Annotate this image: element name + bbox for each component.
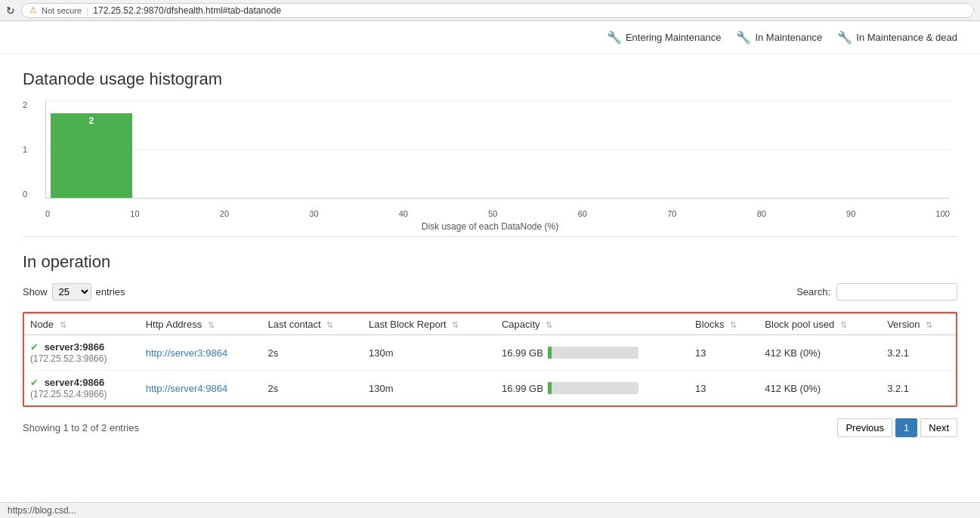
cell-last-block-report-1: 130m	[363, 371, 496, 406]
in-operation-title: In operation	[23, 252, 957, 272]
y-label-2: 2	[23, 100, 27, 109]
sort-icon-last-block-report: ⇅	[452, 320, 459, 330]
entries-select[interactable]: 25 50 100	[52, 283, 91, 301]
y-label-1: 1	[23, 145, 27, 154]
col-last-contact[interactable]: Last contact ⇅	[262, 314, 363, 335]
next-button[interactable]: Next	[920, 418, 957, 437]
x-label-90: 90	[846, 209, 855, 218]
x-label-80: 80	[757, 209, 766, 218]
pagination-buttons: Previous 1 Next	[837, 418, 957, 437]
table-row: ✔ server3:9866 (172.25.52.3:9866) http:/…	[24, 335, 956, 371]
search-input[interactable]	[836, 283, 957, 301]
search-label: Search:	[796, 286, 830, 298]
legend-in-maintenance: 🔧 In Maintenance	[736, 30, 822, 45]
x-label-70: 70	[667, 209, 676, 218]
sort-icon-http: ⇅	[208, 320, 215, 330]
x-label-60: 60	[578, 209, 587, 218]
histogram-chart: 2	[45, 100, 950, 199]
show-label: Show	[23, 286, 48, 298]
warning-icon: ⚠	[29, 5, 37, 15]
in-maintenance-label: In Maintenance	[755, 32, 822, 43]
cell-last-contact-1: 2s	[262, 371, 363, 406]
cell-version-0: 3.2.1	[881, 335, 956, 371]
data-table: Node ⇅ Http Address ⇅ Last contact ⇅ Las…	[24, 313, 956, 405]
cell-block-pool-used-1: 412 KB (0%)	[759, 371, 881, 406]
col-node[interactable]: Node ⇅	[24, 314, 140, 335]
main-content: Datanode usage histogram 2 1 0 2 0	[0, 69, 980, 460]
section-divider	[23, 236, 957, 237]
legend: 🔧 Entering Maintenance 🔧 In Maintenance …	[0, 21, 980, 54]
url-bar: ⚠ Not secure | 172.25.52.2:9870/dfshealt…	[21, 3, 974, 18]
legend-in-maintenance-dead: 🔧 In Maintenance & dead	[837, 30, 957, 45]
sort-icon-capacity: ⇅	[546, 320, 552, 330]
table-controls: Show 25 50 100 entries Search:	[23, 283, 957, 301]
y-label-0: 0	[23, 190, 27, 199]
x-axis-title: Disk usage of each DataNode (%)	[23, 221, 957, 232]
previous-button[interactable]: Previous	[837, 418, 892, 437]
check-icon-1: ✔	[30, 377, 39, 388]
histogram-container: 2 1 0 2 0 10 20 30 40 50 60 7	[23, 100, 957, 221]
cell-node-1: ✔ server4:9866 (172.25.52.4:9866)	[24, 371, 140, 406]
x-label-50: 50	[488, 209, 497, 218]
sort-icon-node: ⇅	[60, 320, 66, 330]
capacity-bar-fill-0	[548, 347, 552, 359]
col-block-pool-used[interactable]: Block pool used ⇅	[759, 314, 881, 335]
cell-capacity-1: 16.99 GB	[496, 371, 689, 406]
sort-icon-blocks: ⇅	[730, 320, 737, 330]
cell-last-block-report-0: 130m	[363, 335, 496, 371]
col-capacity[interactable]: Capacity ⇅	[496, 314, 689, 335]
page-1-button[interactable]: 1	[895, 418, 917, 437]
cell-block-pool-used-0: 412 KB (0%)	[759, 335, 881, 371]
cell-blocks-1: 13	[689, 371, 759, 406]
table-wrapper: Node ⇅ Http Address ⇅ Last contact ⇅ Las…	[23, 312, 957, 407]
col-http[interactable]: Http Address ⇅	[140, 314, 262, 335]
sort-icon-last-contact: ⇅	[326, 320, 333, 330]
in-maintenance-dead-icon: 🔧	[837, 30, 852, 45]
cell-http-0: http://server3:9864	[140, 335, 262, 371]
capacity-text-1: 16.99 GB	[502, 383, 543, 394]
cell-last-contact-0: 2s	[262, 335, 363, 371]
cell-version-1: 3.2.1	[881, 371, 956, 406]
x-label-0: 0	[45, 209, 50, 218]
search-box: Search:	[796, 283, 957, 301]
x-label-10: 10	[130, 209, 139, 218]
show-entries: Show 25 50 100 entries	[23, 283, 125, 301]
showing-text: Showing 1 to 2 of 2 entries	[23, 422, 139, 433]
x-label-40: 40	[399, 209, 408, 218]
cell-http-1: http://server4:9864	[140, 371, 262, 406]
browser-bar: ↻ ⚠ Not secure | 172.25.52.2:9870/dfshea…	[0, 0, 980, 21]
url-text: 172.25.52.2:9870/dfshealth.html#tab-data…	[93, 5, 281, 16]
histogram-title: Datanode usage histogram	[23, 69, 957, 89]
in-maintenance-icon: 🔧	[736, 30, 751, 45]
x-label-100: 100	[936, 209, 950, 218]
in-maintenance-dead-label: In Maintenance & dead	[856, 32, 957, 43]
http-link-0[interactable]: http://server3:9864	[146, 347, 227, 359]
entries-label: entries	[96, 286, 125, 298]
pagination-area: Showing 1 to 2 of 2 entries Previous 1 N…	[23, 418, 957, 437]
entering-maintenance-icon: 🔧	[607, 30, 622, 45]
x-axis-labels: 0 10 20 30 40 50 60 70 80 90 100	[45, 206, 950, 218]
capacity-bar-fill-1	[548, 382, 552, 394]
legend-entering-maintenance: 🔧 Entering Maintenance	[607, 30, 721, 45]
capacity-bar-bg-1	[548, 382, 638, 394]
y-axis: 2 1 0	[23, 100, 31, 199]
col-blocks[interactable]: Blocks ⇅	[689, 314, 759, 335]
entering-maintenance-label: Entering Maintenance	[626, 32, 721, 43]
x-label-20: 20	[220, 209, 229, 218]
not-secure-label: Not secure	[42, 6, 82, 15]
col-version[interactable]: Version ⇅	[881, 314, 956, 335]
cell-blocks-0: 13	[689, 335, 759, 371]
cell-capacity-0: 16.99 GB	[496, 335, 689, 371]
cell-node-0: ✔ server3:9866 (172.25.52.3:9866)	[24, 335, 140, 371]
capacity-bar-bg-0	[548, 347, 638, 359]
sort-icon-block-pool-used: ⇅	[840, 320, 847, 330]
histogram-bar: 2	[51, 113, 132, 198]
refresh-icon[interactable]: ↻	[6, 5, 15, 17]
table-row: ✔ server4:9866 (172.25.52.4:9866) http:/…	[24, 371, 956, 406]
http-link-1[interactable]: http://server4:9864	[146, 383, 227, 394]
sort-icon-version: ⇅	[926, 320, 932, 330]
x-label-30: 30	[309, 209, 318, 218]
table-header-row: Node ⇅ Http Address ⇅ Last contact ⇅ Las…	[24, 314, 956, 335]
check-icon-0: ✔	[30, 341, 39, 353]
col-last-block-report[interactable]: Last Block Report ⇅	[363, 314, 496, 335]
